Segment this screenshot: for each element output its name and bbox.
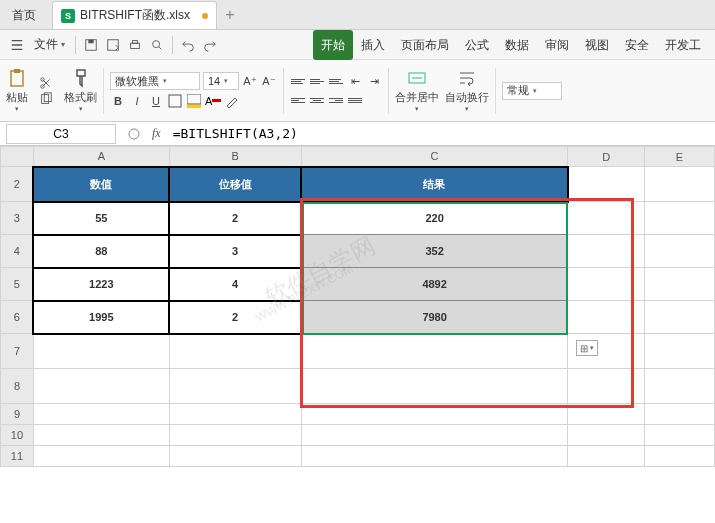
row-header-10[interactable]: 10 (1, 425, 34, 446)
font-size-select[interactable]: 14 (203, 72, 239, 90)
cell-b4[interactable]: 3 (169, 235, 301, 268)
cell-a5[interactable]: 1223 (33, 268, 169, 301)
cell[interactable] (645, 334, 715, 369)
wrap-button[interactable]: 自动换行 (445, 68, 489, 113)
undo-icon[interactable] (177, 34, 199, 56)
cell[interactable] (645, 202, 715, 235)
tab-data[interactable]: 数据 (497, 32, 537, 58)
cell[interactable] (33, 404, 169, 425)
merge-button[interactable]: 合并居中 (395, 68, 439, 113)
save-icon[interactable] (80, 34, 102, 56)
row-header-5[interactable]: 5 (1, 268, 34, 301)
name-box[interactable] (6, 124, 116, 144)
cell-c6[interactable]: 7980 (301, 301, 568, 334)
tab-formula[interactable]: 公式 (457, 32, 497, 58)
cell-a4[interactable]: 88 (33, 235, 169, 268)
tab-review[interactable]: 审阅 (537, 32, 577, 58)
formula-input[interactable] (167, 124, 715, 143)
align-left-icon[interactable] (290, 92, 306, 108)
cell[interactable] (301, 404, 568, 425)
underline-button[interactable]: U (148, 93, 164, 109)
cell[interactable] (169, 425, 301, 446)
redo-icon[interactable] (199, 34, 221, 56)
cell[interactable] (645, 404, 715, 425)
tab-layout[interactable]: 页面布局 (393, 32, 457, 58)
col-header-e[interactable]: E (645, 147, 715, 167)
cell[interactable] (568, 425, 645, 446)
border-button[interactable] (167, 93, 183, 109)
cell[interactable] (568, 167, 645, 202)
tab-insert[interactable]: 插入 (353, 32, 393, 58)
font-color-button[interactable]: A (205, 93, 221, 109)
cell[interactable] (645, 167, 715, 202)
row-header-11[interactable]: 11 (1, 446, 34, 467)
cell[interactable] (645, 235, 715, 268)
tab-start[interactable]: 开始 (313, 30, 353, 60)
align-center-icon[interactable] (309, 92, 325, 108)
save-as-icon[interactable] (102, 34, 124, 56)
cell[interactable] (645, 425, 715, 446)
tab-developer[interactable]: 开发工 (657, 32, 709, 58)
header-result[interactable]: 结果 (301, 167, 568, 202)
cell[interactable] (645, 446, 715, 467)
fx-button[interactable]: fx (146, 126, 167, 141)
header-shift[interactable]: 位移值 (169, 167, 301, 202)
align-middle-icon[interactable] (309, 73, 325, 89)
row-header-7[interactable]: 7 (1, 334, 34, 369)
cell-b3[interactable]: 2 (169, 202, 301, 235)
menu-icon[interactable] (6, 34, 28, 56)
cell[interactable] (645, 301, 715, 334)
cell[interactable] (169, 369, 301, 404)
cell[interactable] (645, 369, 715, 404)
col-header-c[interactable]: C (301, 147, 568, 167)
cell[interactable] (169, 334, 301, 369)
col-header-a[interactable]: A (33, 147, 169, 167)
cell-a6[interactable]: 1995 (33, 301, 169, 334)
row-header-4[interactable]: 4 (1, 235, 34, 268)
cell-b5[interactable]: 4 (169, 268, 301, 301)
row-header-8[interactable]: 8 (1, 369, 34, 404)
cell[interactable] (169, 404, 301, 425)
col-header-d[interactable]: D (568, 147, 645, 167)
row-header-6[interactable]: 6 (1, 301, 34, 334)
cell[interactable] (301, 425, 568, 446)
print-preview-icon[interactable] (146, 34, 168, 56)
col-header-b[interactable]: B (169, 147, 301, 167)
row-header-2[interactable]: 2 (1, 167, 34, 202)
cell[interactable] (33, 369, 169, 404)
paste-button[interactable]: 粘贴 (6, 68, 28, 113)
increase-indent-icon[interactable]: ⇥ (366, 73, 382, 89)
bold-button[interactable]: B (110, 93, 126, 109)
cancel-formula-icon[interactable] (122, 128, 146, 140)
cell[interactable] (169, 446, 301, 467)
cell[interactable] (568, 268, 645, 301)
justify-icon[interactable] (347, 92, 363, 108)
decrease-indent-icon[interactable]: ⇤ (347, 73, 363, 89)
cell-c4[interactable]: 352 (301, 235, 568, 268)
autofill-smart-tag[interactable]: ⊞ (576, 340, 598, 356)
cell[interactable] (33, 425, 169, 446)
print-icon[interactable] (124, 34, 146, 56)
workbook-tab[interactable]: S BITRSHIFT函数.xlsx (52, 1, 217, 29)
row-header-9[interactable]: 9 (1, 404, 34, 425)
home-tab[interactable]: 首页 (0, 1, 48, 29)
align-bottom-icon[interactable] (328, 73, 344, 89)
cell[interactable] (33, 446, 169, 467)
cell[interactable] (568, 202, 645, 235)
tab-view[interactable]: 视图 (577, 32, 617, 58)
cell[interactable] (568, 235, 645, 268)
file-menu[interactable]: 文件 (28, 36, 71, 53)
number-format-select[interactable]: 常规 (502, 82, 562, 100)
align-right-icon[interactable] (328, 92, 344, 108)
cell-b6[interactable]: 2 (169, 301, 301, 334)
grow-font-button[interactable]: A⁺ (242, 73, 258, 89)
format-painter-button[interactable]: 格式刷 (64, 68, 97, 113)
fill-color-button[interactable] (186, 93, 202, 109)
header-num[interactable]: 数值 (33, 167, 169, 202)
cell-a3[interactable]: 55 (33, 202, 169, 235)
cell[interactable] (301, 334, 568, 369)
cell[interactable] (568, 446, 645, 467)
grid[interactable]: A B C D E 2 数值 位移值 结果 3 55 2 220 4 88 3 … (0, 146, 715, 467)
tab-security[interactable]: 安全 (617, 32, 657, 58)
cell[interactable] (568, 404, 645, 425)
